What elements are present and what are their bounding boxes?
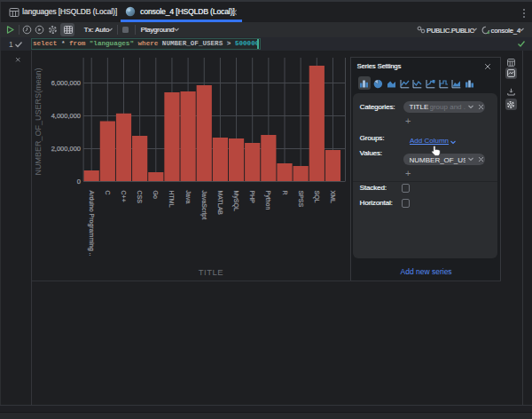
svg-text:XML: XML [330, 191, 336, 204]
svg-text:C: C [105, 191, 111, 195]
svg-text:R: R [282, 191, 288, 195]
svg-text:Python: Python [264, 191, 271, 210]
svg-text:PHP: PHP [249, 191, 255, 204]
svg-text:C++: C++ [121, 191, 127, 202]
svg-text:HTML: HTML [168, 191, 175, 208]
svg-text:NUMBER_OF_USERS(mean): NUMBER_OF_USERS(mean) [34, 67, 43, 175]
svg-text:Go: Go [153, 191, 159, 199]
svg-text:Arduino Programming ..: Arduino Programming .. [88, 191, 95, 257]
svg-text:6,000,000: 6,000,000 [51, 79, 81, 87]
svg-text:CSS: CSS [137, 191, 143, 204]
svg-text:MATLAB: MATLAB [217, 191, 223, 216]
svg-text:Java: Java [185, 191, 192, 204]
svg-text:MySQL: MySQL [232, 191, 239, 211]
svg-text:SPSS: SPSS [298, 191, 304, 208]
svg-text:0: 0 [77, 178, 81, 186]
svg-text:2,000,000: 2,000,000 [51, 145, 81, 153]
svg-text:TITLE: TITLE [199, 267, 223, 277]
svg-text:JavaScript: JavaScript [200, 191, 207, 220]
svg-text:SQL: SQL [313, 191, 320, 203]
svg-text:4,000,000: 4,000,000 [51, 112, 81, 120]
